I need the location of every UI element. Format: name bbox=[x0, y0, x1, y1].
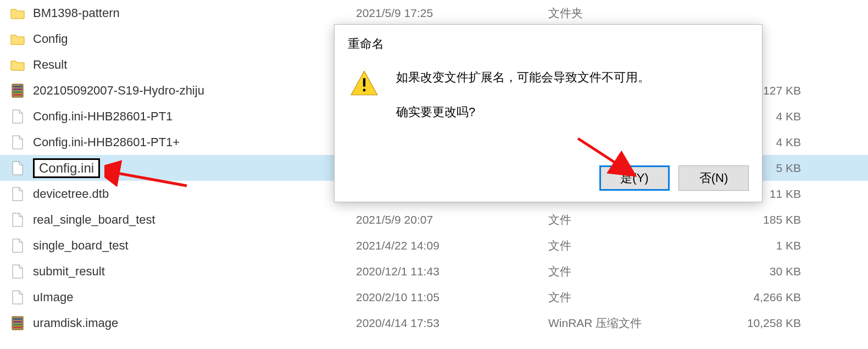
yes-button[interactable]: 是(Y) bbox=[599, 165, 670, 191]
svg-rect-7 bbox=[13, 321, 22, 323]
doc-icon bbox=[10, 238, 25, 253]
dialog-message-line1: 如果改变文件扩展名，可能会导致文件不可用。 bbox=[396, 68, 650, 87]
doc-icon bbox=[10, 186, 25, 202]
file-type: 文件 bbox=[548, 264, 691, 279]
file-row[interactable]: submit_result2020/12/1 11:43文件30 KB bbox=[0, 258, 868, 284]
dialog-title: 重命名 bbox=[335, 25, 762, 58]
doc-icon bbox=[10, 212, 25, 228]
svg-rect-6 bbox=[13, 318, 22, 320]
file-name: single_board_test bbox=[33, 239, 356, 253]
file-name: submit_result bbox=[33, 264, 356, 279]
doc-icon bbox=[10, 264, 25, 279]
rar-icon bbox=[10, 315, 25, 331]
no-button[interactable]: 否(N) bbox=[678, 165, 749, 191]
file-row[interactable]: uramdisk.image2020/4/14 17:53WinRAR 压缩文件… bbox=[0, 310, 868, 336]
doc-icon bbox=[10, 290, 25, 305]
file-date: 2020/2/10 11:05 bbox=[356, 291, 548, 304]
file-name: devicetree.dtb bbox=[33, 187, 356, 201]
file-name: Config.ini-HHB28601-PT1 bbox=[33, 109, 356, 124]
svg-rect-1 bbox=[13, 86, 22, 87]
file-name: 202105092007-S19-Hydro-zhiju bbox=[33, 84, 356, 98]
doc-icon bbox=[10, 109, 25, 124]
dialog-buttons: 是(Y) 否(N) bbox=[599, 165, 749, 191]
svg-rect-3 bbox=[13, 91, 22, 93]
file-date: 2021/5/9 17:25 bbox=[356, 7, 548, 20]
svg-rect-4 bbox=[13, 94, 22, 96]
svg-rect-9 bbox=[13, 326, 22, 328]
file-date: 2020/12/1 11:43 bbox=[356, 265, 548, 278]
doc-icon bbox=[10, 135, 25, 150]
file-row[interactable]: real_single_board_test2021/5/9 20:07文件18… bbox=[0, 207, 868, 232]
file-name: uImage bbox=[33, 290, 356, 304]
file-type: 文件夹 bbox=[548, 5, 691, 21]
file-name: Config.ini bbox=[33, 158, 356, 178]
file-date: 2020/4/14 17:53 bbox=[356, 317, 548, 330]
file-row[interactable]: BM1398-pattern2021/5/9 17:25文件夹 bbox=[0, 0, 868, 26]
dialog-message-line2: 确实要更改吗? bbox=[396, 102, 650, 121]
file-name: Config bbox=[33, 32, 356, 46]
file-date: 2021/4/22 14:09 bbox=[356, 239, 548, 252]
dialog-message: 如果改变文件扩展名，可能会导致文件不可用。 确实要更改吗? bbox=[396, 68, 650, 121]
rename-input[interactable]: Config.ini bbox=[33, 158, 100, 178]
file-type: 文件 bbox=[548, 212, 691, 228]
svg-rect-8 bbox=[13, 324, 22, 325]
file-type: 文件 bbox=[548, 238, 691, 253]
file-size: 185 KB bbox=[691, 213, 812, 226]
file-row[interactable]: single_board_test2021/4/22 14:09文件1 KB bbox=[0, 232, 868, 258]
rar-icon bbox=[10, 83, 25, 98]
file-type: WinRAR 压缩文件 bbox=[548, 315, 691, 331]
file-size: 30 KB bbox=[691, 265, 812, 278]
file-name: Result bbox=[33, 58, 356, 72]
rename-dialog: 重命名 如果改变文件扩展名，可能会导致文件不可用。 确实要更改吗? 是(Y) 否… bbox=[334, 24, 763, 202]
svg-rect-2 bbox=[13, 88, 22, 90]
file-name: Config.ini-HHB28601-PT1+ bbox=[33, 135, 356, 149]
file-name: real_single_board_test bbox=[33, 213, 356, 227]
folder-icon bbox=[10, 31, 25, 47]
file-row[interactable]: uImage2020/2/10 11:05文件4,266 KB bbox=[0, 284, 868, 310]
folder-icon bbox=[10, 57, 25, 73]
dialog-body: 如果改变文件扩展名，可能会导致文件不可用。 确实要更改吗? bbox=[335, 58, 762, 121]
file-name: BM1398-pattern bbox=[33, 6, 356, 20]
file-type: 文件 bbox=[548, 290, 691, 305]
file-date: 2021/5/9 20:07 bbox=[356, 213, 548, 226]
svg-rect-12 bbox=[363, 89, 365, 91]
file-size: 10,258 KB bbox=[691, 317, 812, 330]
file-name: uramdisk.image bbox=[33, 316, 356, 330]
warning-icon bbox=[350, 70, 382, 121]
doc-icon bbox=[10, 160, 25, 176]
folder-icon bbox=[10, 5, 25, 21]
file-size: 1 KB bbox=[691, 239, 812, 252]
file-size: 4,266 KB bbox=[691, 291, 812, 304]
svg-rect-11 bbox=[363, 78, 365, 86]
